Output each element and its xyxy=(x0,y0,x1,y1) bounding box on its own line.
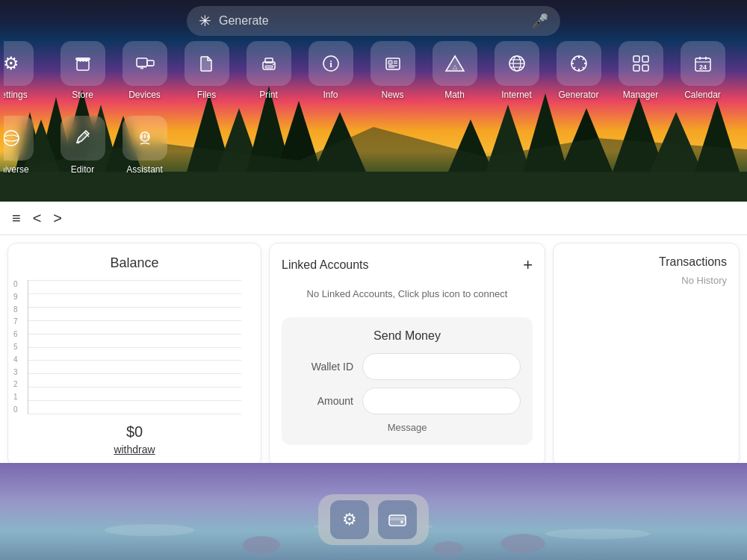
svg-rect-59 xyxy=(642,56,648,62)
svg-rect-29 xyxy=(148,66,152,66)
svg-text:24: 24 xyxy=(698,63,706,71)
info-label: Info xyxy=(323,90,338,100)
svg-text:i: i xyxy=(329,58,332,69)
svg-line-57 xyxy=(574,67,575,69)
svg-text:△: △ xyxy=(453,63,458,70)
manager-label: Manager xyxy=(623,90,658,100)
balance-title: Balance xyxy=(20,255,249,271)
app-icon-generator[interactable]: Generator xyxy=(551,41,607,100)
app-icon-store[interactable]: Store xyxy=(55,41,111,100)
svg-point-33 xyxy=(273,63,274,65)
svg-line-56 xyxy=(582,58,583,60)
chart-y-labels: 0 9 8 7 6 5 4 3 2 1 0 xyxy=(13,280,18,414)
wallet-dock-icon[interactable] xyxy=(378,500,417,539)
svg-rect-26 xyxy=(137,66,146,68)
chart-lines xyxy=(28,280,241,414)
app-icon-math[interactable]: △ Math xyxy=(427,41,483,100)
app-icons-row1: ⚙ Settings Store Devices xyxy=(0,41,747,100)
wallet-id-label: Wallet ID xyxy=(294,361,353,373)
svg-line-55 xyxy=(582,67,583,69)
message-label: Message xyxy=(294,422,521,433)
balance-chart: 0 9 8 7 6 5 4 3 2 1 0 xyxy=(28,280,241,414)
svg-rect-25 xyxy=(137,58,147,66)
internet-label: Internet xyxy=(501,90,532,100)
files-label: Files xyxy=(197,90,216,100)
cards-area: Balance 0 9 8 7 6 5 4 3 2 1 0 xyxy=(0,235,747,474)
svg-point-81 xyxy=(500,534,545,553)
app-icon-settings[interactable]: ⚙ Settings xyxy=(4,41,49,100)
store-label: Store xyxy=(72,90,93,100)
svg-rect-24 xyxy=(85,59,87,62)
search-input[interactable] xyxy=(219,14,524,28)
app-icon-news[interactable]: News xyxy=(365,41,421,100)
wallet-id-input[interactable] xyxy=(362,353,521,380)
mic-icon[interactable]: 🎤 xyxy=(532,13,548,29)
send-money-title: Send Money xyxy=(294,329,521,343)
news-label: News xyxy=(381,90,403,100)
bottom-dock: ⚙ xyxy=(318,494,429,545)
spark-icon: ✳ xyxy=(199,12,211,30)
app-icon-devices[interactable]: Devices xyxy=(117,41,173,100)
amount-row: Amount xyxy=(294,388,521,414)
svg-point-79 xyxy=(243,536,280,554)
svg-point-84 xyxy=(400,520,403,523)
svg-rect-23 xyxy=(82,58,84,62)
balance-amount: $0 xyxy=(20,423,249,441)
devices-label: Devices xyxy=(128,90,161,100)
svg-rect-60 xyxy=(633,65,639,71)
send-money-card: Send Money Wallet ID Amount Message xyxy=(282,317,533,445)
amount-label: Amount xyxy=(294,395,353,407)
svg-point-78 xyxy=(545,529,650,539)
bottom-scenic: ⚙ xyxy=(0,463,747,560)
assistant-label: Assistant xyxy=(126,164,163,175)
calendar-label: Calendar xyxy=(684,90,721,100)
math-label: Math xyxy=(444,90,465,100)
wallet-id-row: Wallet ID xyxy=(294,353,521,380)
menu-icon[interactable]: ≡ xyxy=(12,210,21,227)
no-accounts-message: No Linked Accounts, Click plus icon to c… xyxy=(282,282,533,311)
svg-rect-83 xyxy=(389,517,406,520)
settings-dock-icon[interactable]: ⚙ xyxy=(330,500,369,539)
svg-rect-27 xyxy=(140,68,143,69)
svg-point-70 xyxy=(77,142,79,144)
svg-rect-28 xyxy=(147,60,154,66)
search-bar: ✳ 🎤 xyxy=(187,6,560,36)
app-icons-row2: Universe Editor Assistant xyxy=(0,116,173,175)
app-icon-info[interactable]: i Info xyxy=(303,41,359,100)
app-icon-editor[interactable]: Editor xyxy=(55,116,111,175)
svg-point-67 xyxy=(4,131,19,146)
forward-icon[interactable]: > xyxy=(53,210,62,227)
svg-rect-37 xyxy=(388,60,392,64)
editor-label: Editor xyxy=(71,164,94,175)
svg-rect-61 xyxy=(642,65,648,71)
transactions-card: Transactions No History xyxy=(553,243,740,467)
app-icon-manager[interactable]: Manager xyxy=(613,41,669,100)
svg-rect-32 xyxy=(265,66,273,68)
app-icon-print[interactable]: Print xyxy=(241,41,297,100)
svg-line-54 xyxy=(574,58,575,60)
nav-bar: ≡ < > xyxy=(0,202,747,235)
amount-input[interactable] xyxy=(362,388,521,414)
withdraw-link[interactable]: withdraw xyxy=(20,444,249,455)
app-icon-assistant[interactable]: Assistant xyxy=(117,116,173,175)
app-icon-calendar[interactable]: 24 Calendar xyxy=(675,41,731,100)
print-label: Print xyxy=(259,90,278,100)
transactions-title: Transactions xyxy=(565,255,727,269)
svg-point-68 xyxy=(4,135,19,141)
no-history: No History xyxy=(565,275,727,286)
svg-rect-58 xyxy=(633,56,639,62)
add-account-button[interactable]: + xyxy=(523,255,533,275)
generator-label: Generator xyxy=(558,90,598,100)
svg-rect-22 xyxy=(79,59,81,62)
balance-card: Balance 0 9 8 7 6 5 4 3 2 1 0 xyxy=(7,243,261,467)
linked-accounts-header: Linked Accounts + xyxy=(282,255,533,275)
linked-accounts-card: Linked Accounts + No Linked Accounts, Cl… xyxy=(269,243,545,467)
back-icon[interactable]: < xyxy=(33,210,42,227)
app-icon-internet[interactable]: Internet xyxy=(489,41,545,100)
svg-point-76 xyxy=(105,524,194,536)
app-icon-universe[interactable]: Universe xyxy=(4,116,49,175)
linked-accounts-title: Linked Accounts xyxy=(282,258,369,272)
svg-point-80 xyxy=(433,541,463,556)
svg-rect-21 xyxy=(77,60,89,70)
app-icon-files[interactable]: Files xyxy=(179,41,235,100)
